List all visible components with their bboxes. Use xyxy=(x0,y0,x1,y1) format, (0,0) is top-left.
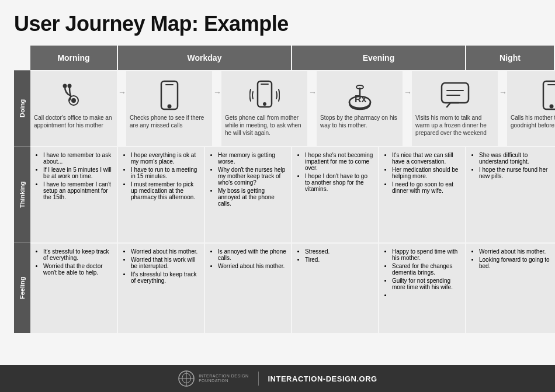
footer-url: INTERACTION-DESIGN.ORG xyxy=(268,374,377,383)
feeling-workday1-list: Worried about his mother. Worried that h… xyxy=(123,248,199,284)
phase-headers: Morning Workday Evening Night xyxy=(30,46,541,70)
feeling-label: Feeling xyxy=(14,242,30,333)
list-item: Worried that his work will be interrupte… xyxy=(131,256,199,269)
list-item: I hope the nurse found her new pills. xyxy=(479,166,550,179)
phone-icon xyxy=(130,76,209,114)
list-item: Worried about his mother. xyxy=(218,263,286,269)
thinking-morning-list: I have to remember to ask about... If I … xyxy=(35,152,112,200)
footer-org-top: INTERACTION DESIGN xyxy=(199,374,248,379)
list-item: My boss is getting annoyed at the phone … xyxy=(218,188,286,207)
svg-point-18 xyxy=(550,105,553,107)
doing-evening2-text: Visits his mom to talk and warm up a fro… xyxy=(415,114,494,137)
phase-morning: Morning xyxy=(30,46,118,70)
doing-workday1-text: Checks phone to see if there are any mis… xyxy=(130,114,209,129)
feeling-evening2-list: Happy to spend time with his mother. Sca… xyxy=(384,248,460,299)
thinking-evening2-list: It's nice that we can still have a conve… xyxy=(384,152,460,194)
chat-icon xyxy=(415,76,494,114)
grid-area: Morning Workday Evening Night xyxy=(30,46,541,333)
thinking-workday2: Her memory is getting worse. Why don't t… xyxy=(205,147,292,242)
svg-rect-14 xyxy=(442,83,469,103)
doing-morning: Call doctor's office to make an appointm… xyxy=(30,71,118,146)
thinking-label: Thinking xyxy=(14,146,30,242)
doing-morning-text: Call doctor's office to make an appointm… xyxy=(34,114,113,129)
list-item: Her memory is getting worse. xyxy=(218,152,286,165)
arrow-2: → xyxy=(213,71,221,146)
stethoscope-icon xyxy=(34,76,113,114)
feeling-morning: It's stressful to keep track of everythi… xyxy=(30,244,118,333)
list-item: Scared for the changes dementia brings. xyxy=(392,263,460,276)
feeling-row: It's stressful to keep track of everythi… xyxy=(30,242,541,333)
list-item: I have to remember to ask about... xyxy=(43,152,112,165)
feeling-night-list: Worried about his mother. Looking forwar… xyxy=(471,248,550,269)
prescription-icon: Rx xyxy=(320,76,399,114)
footer-divider xyxy=(258,372,259,386)
thinking-night: She was difficult to understand tonight.… xyxy=(466,147,555,242)
doing-evening1: Rx Stops by the pharmacy on his way to h… xyxy=(317,71,404,146)
svg-point-3 xyxy=(68,84,71,87)
svg-text:Rx: Rx xyxy=(355,94,367,104)
list-item: Her medication should be helping more. xyxy=(392,166,460,179)
list-item: Looking forward to going to bed. xyxy=(479,256,550,269)
svg-point-13 xyxy=(356,85,363,89)
feeling-evening1: Stressed. Tired. xyxy=(292,244,379,333)
list-item: Happy to spend time with his mother. xyxy=(392,248,460,261)
list-item: I must remember to pick up medication at… xyxy=(131,181,199,200)
phase-evening: Evening xyxy=(292,46,466,70)
doing-night: Calls his mother to say goodnight before… xyxy=(507,71,555,146)
arrow-1: → xyxy=(118,71,126,146)
phase-workday: Workday xyxy=(118,46,292,70)
thinking-morning: I have to remember to ask about... If I … xyxy=(30,147,118,242)
phone-ring-icon xyxy=(225,76,304,114)
arrow-5: → xyxy=(499,71,507,146)
svg-point-2 xyxy=(64,84,67,87)
row-labels: Doing Thinking Feeling xyxy=(14,46,30,333)
svg-point-5 xyxy=(168,105,171,107)
list-item: I hope she's not becoming impatient for … xyxy=(305,152,373,171)
footer-org-bottom: FOUNDATION xyxy=(199,379,248,383)
list-item: I hope I don't have to go to another sho… xyxy=(305,173,373,192)
svg-point-1 xyxy=(72,99,75,102)
thinking-workday1: I hope everything is ok at my mom's plac… xyxy=(118,147,205,242)
doing-workday2-text: Gets phone call from mother while in mee… xyxy=(225,114,304,137)
list-item: I have to run to a meeting in 15 minutes… xyxy=(131,166,199,179)
feeling-evening1-list: Stressed. Tired. xyxy=(297,248,373,263)
thinking-evening1: I hope she's not becoming impatient for … xyxy=(292,147,379,242)
list-item: Tired. xyxy=(305,256,373,263)
feeling-workday1: Worried about his mother. Worried that h… xyxy=(118,244,205,333)
list-item: Worried about his mother. xyxy=(131,248,199,255)
idf-logo-icon xyxy=(178,370,195,387)
list-item: Why don't the nurses help my mother keep… xyxy=(218,166,286,186)
thinking-workday2-list: Her memory is getting worse. Why don't t… xyxy=(210,152,286,207)
feeling-evening2: Happy to spend time with his mother. Sca… xyxy=(379,244,466,333)
footer: INTERACTION DESIGN FOUNDATION INTERACTIO… xyxy=(0,365,555,392)
feeling-morning-list: It's stressful to keep track of everythi… xyxy=(35,248,112,276)
list-item: I have to remember I can't setup an appo… xyxy=(43,181,112,200)
svg-rect-17 xyxy=(543,81,555,109)
list-item: If I leave in 5 minutes I will be at wor… xyxy=(43,166,112,179)
feeling-workday2-list: Is annoyed with the phone calls. Worried… xyxy=(210,248,286,269)
feeling-night: Worried about his mother. Looking forwar… xyxy=(466,244,555,333)
list-item: Is annoyed with the phone calls. xyxy=(218,248,286,261)
phase-night: Night xyxy=(466,46,555,70)
doing-label: Doing xyxy=(14,70,30,146)
thinking-row: I have to remember to ask about... If I … xyxy=(30,146,541,242)
list-item: It's stressful to keep track of everythi… xyxy=(43,248,112,261)
doing-workday1: Checks phone to see if there are any mis… xyxy=(126,71,213,146)
doing-evening1-text: Stops by the pharmacy on his way to his … xyxy=(320,114,399,129)
list-item: Stressed. xyxy=(305,248,373,255)
list-item: It's nice that we can still have a conve… xyxy=(392,152,460,165)
thinking-night-list: She was difficult to understand tonight.… xyxy=(471,152,550,179)
list-item: I hope everything is ok at my mom's plac… xyxy=(131,152,199,165)
list-item: Worried that the doctor won't be able to… xyxy=(43,263,112,276)
list-item: Worried about his mother. xyxy=(479,248,550,255)
doing-row: Call doctor's office to make an appointm… xyxy=(30,70,541,146)
thinking-workday1-list: I hope everything is ok at my mom's plac… xyxy=(123,152,199,200)
list-item: I need to go soon to eat dinner with my … xyxy=(392,181,460,194)
doing-workday2: Gets phone call from mother while in mee… xyxy=(221,71,308,146)
list-item: Guilty for not spending more time with h… xyxy=(392,277,460,290)
svg-point-8 xyxy=(263,103,266,105)
arrow-4: → xyxy=(404,71,412,146)
arrow-3: → xyxy=(308,71,317,146)
doing-evening2: Visits his mom to talk and warm up a fro… xyxy=(412,71,499,146)
footer-logo: INTERACTION DESIGN FOUNDATION xyxy=(178,370,248,387)
